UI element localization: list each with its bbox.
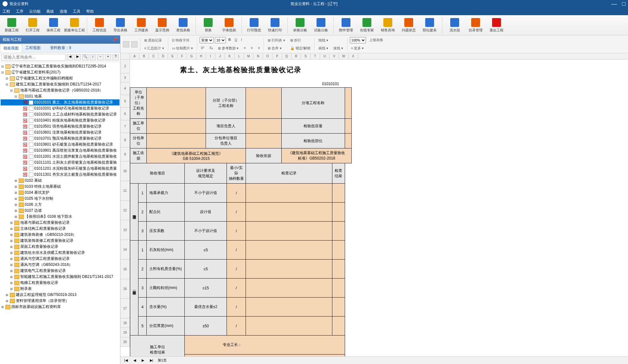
row-header[interactable]: 6 [120,108,130,120]
col-header[interactable]: F [177,53,187,59]
minimize-button[interactable]: — [611,1,617,7]
expand-icon[interactable]: ⊞ [5,299,9,303]
tool-替换[interactable]: 替换 [198,18,218,33]
tool-问题状态[interactable]: 问题状态 [399,18,419,33]
lock-button[interactable]: 🔒 锁定/解锁 [289,45,312,51]
expand-icon[interactable]: ⊞ [10,239,13,243]
tool-打开工程[interactable]: 打开工程 [23,18,42,33]
tool-部位建表[interactable]: 部位建表 [420,18,439,33]
row-header[interactable]: 18 [120,318,130,328]
expand-icon[interactable]: ⊞ [14,209,18,213]
erase-line-button[interactable]: 抹线 ▾ [332,45,344,51]
tree-item[interactable]: ⊞电梯工程质量验收记录 [1,280,119,286]
expand-icon[interactable]: ⊞ [10,263,13,267]
tool-附件管理[interactable]: 附件管理 [336,18,356,33]
expand-icon[interactable]: ⊞ [14,191,18,195]
tree-item[interactable]: ⊞0106 土方 [1,202,119,208]
tool-表格台账[interactable]: 表格台账 [290,18,310,33]
expand-icon[interactable]: ⊞ [10,287,13,291]
upload-button[interactable]: 上报表格 [368,37,384,43]
tool-显示范例[interactable]: 显示范例 [152,18,172,33]
align-left-icon[interactable]: ≡ [242,45,247,51]
tree-item[interactable]: ⊞0107 边坡 [1,208,119,214]
reference-data-button[interactable]: ⊞ 参考数据 ▾ [217,45,240,51]
tool-打印预览[interactable]: 打印预览 [244,18,264,33]
tree-item[interactable]: ⊞建设工程监理规范 GB/T50319-2013 [1,292,119,298]
tool-在线专家[interactable]: 在线专家 [357,18,377,33]
col-header[interactable]: C [149,53,158,59]
merge-button[interactable]: ⊞ 合并 ▾ [266,45,283,51]
col-header[interactable]: B [139,53,149,59]
expand-icon[interactable]: ⊞ [10,275,13,279]
row-header[interactable]: 15 [120,260,130,279]
row-header[interactable]: 8 [120,133,130,147]
col-header[interactable]: T [311,53,320,59]
subscript-button[interactable]: X₂ [208,45,214,51]
tree-item[interactable]: ⊞地基与基础工程质量验收记录 [1,220,119,226]
tree-item[interactable]: 检01010801 砂石桩复合地基检验批质量验收记录 [1,141,119,147]
row-header[interactable]: 2 [120,60,130,73]
tree-item[interactable]: ⊞建筑装饰装修工程质量验收记录 [1,238,119,244]
tree-item[interactable]: ⊞通风与空调（GB50243-2016） [1,262,119,268]
tree-item[interactable]: 检01010401 粉煤灰地基检验批质量验收记录 [1,117,119,123]
tab-project-view[interactable]: 工程视图 [22,44,44,52]
row-list-button[interactable]: ⊞ 行列表 ▾ [266,37,286,43]
col-header[interactable]: U [320,53,330,59]
col-header[interactable]: E [168,53,177,59]
tree-item[interactable]: ⊟地基与基础工程质量验收记录（GB50202-2018） [1,87,119,93]
tool-目录管理[interactable]: 目录管理 [466,18,485,33]
row-header[interactable]: 3 [120,73,130,82]
tree-item[interactable]: ⊞资料管理通用清单（目录管理） [1,298,119,304]
undo-icon[interactable] [123,41,129,47]
italic-button[interactable]: I [240,37,243,43]
draw-line-button[interactable]: 画线 ▾ [317,45,330,51]
col-header[interactable]: J [215,53,225,59]
tree-item[interactable]: ⊞通风与空调工程质量验收记录 [1,256,119,262]
tree-item[interactable]: ⊞建筑给水排水及供暖工程质量验收记录 [1,250,119,256]
col-header[interactable]: A [130,53,139,59]
row-header[interactable]: 20 [120,337,130,347]
tree-item[interactable]: 检01010901 高压喷射注浆复合地基检验批质量验收 [1,147,119,154]
line-weight-button[interactable]: 细线 ▾ [317,37,330,43]
tree-item[interactable]: ⊟辽宁省建筑工程文件编制归档规程 [1,75,119,81]
row-header[interactable]: 14 [120,240,130,260]
tree-item[interactable]: ⊞0104 基坑支护 [1,190,119,196]
col-header[interactable]: W [339,53,349,59]
expand-icon[interactable]: ⊞ [1,305,4,309]
summary-stats-button[interactable]: ≡ 汇总统计 ▾ [143,45,165,51]
tree-item[interactable]: ⊞智能建筑工程施工质量验收实施细则 DB21/T1341-2017 [1,274,119,280]
search-button[interactable]: 🔍 [82,54,88,60]
tree-item[interactable]: ⊟辽宁省建筑工程资料库(2017) [1,69,119,75]
tool-字体批刷[interactable]: 字体批刷 [219,18,239,33]
row-header[interactable]: 12 [120,201,130,220]
expand-icon[interactable]: ⊟ [5,76,9,81]
tool-快速打印[interactable]: 快速打印 [265,18,285,33]
col-header[interactable]: O [263,53,272,59]
tool-工程信息[interactable]: 工程信息 [90,18,109,33]
tree-item[interactable]: ⊞建筑装饰装修（GB50210-2018） [1,232,119,238]
col-header[interactable]: K [225,53,234,59]
superscript-button[interactable]: X² [200,45,206,51]
align-right-icon[interactable]: ≡ [257,45,261,51]
search-input[interactable] [1,54,66,61]
menu-云功能[interactable]: 云功能 [29,9,41,14]
expand-icon[interactable]: ⊞ [14,215,18,219]
col-header[interactable]: L [234,53,244,59]
tool-销售咨询[interactable]: 销售咨询 [378,18,398,33]
tree-item[interactable]: ⊞附录表 [1,286,119,292]
bold-button[interactable]: B [227,37,232,43]
row-header[interactable]: 7 [120,120,130,133]
last-page-button[interactable]: ▶| [149,358,155,362]
next-page-button[interactable]: ▶ [140,358,145,362]
row-header[interactable]: 17 [120,299,130,318]
tree-item[interactable]: ⊞0103 特殊土地基基础 [1,184,119,190]
menu-工具[interactable]: 工具 [73,9,80,14]
expand-icon[interactable]: ⊞ [5,293,9,297]
menu-高级[interactable]: 高级 [46,9,54,14]
row-header[interactable]: 9 [120,147,130,161]
wrap-button[interactable]: ⊞ 折行 [289,37,302,43]
expand-icon[interactable]: ⊞ [14,185,18,189]
tree-item[interactable]: ⊞屋面工程质量验收记录 [1,244,119,250]
col-header[interactable]: G [187,53,196,59]
expand-icon[interactable]: ⊟ [1,70,4,75]
